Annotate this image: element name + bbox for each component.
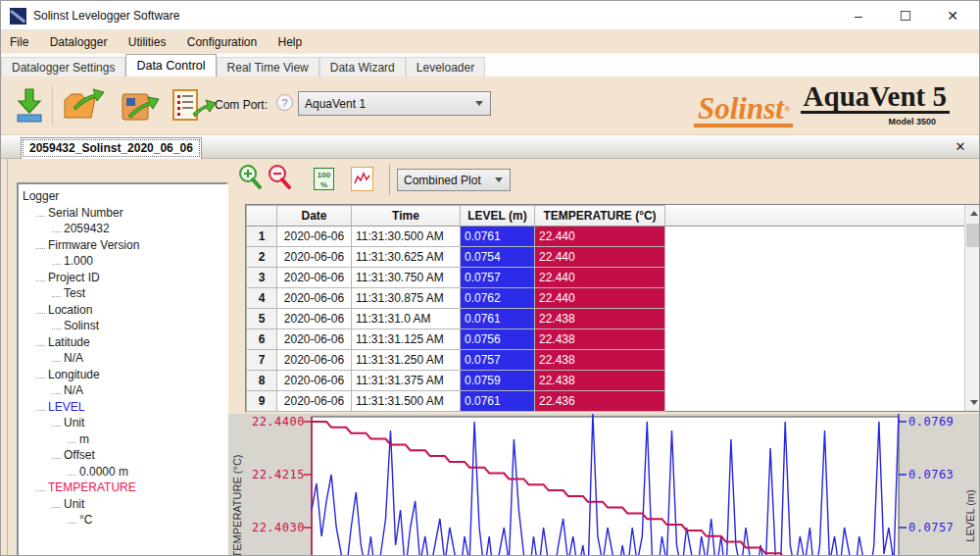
zoom-in-icon[interactable]: [237, 164, 263, 194]
cell-level: 0.0757: [461, 268, 535, 288]
chevron-down-icon: [495, 177, 503, 182]
tree-connector: [52, 357, 61, 362]
tree-item-location[interactable]: Location: [23, 302, 224, 319]
cell-temperature: 22.440: [535, 227, 665, 247]
com-port-select[interactable]: AquaVent 1: [298, 91, 491, 116]
cell-temperature: 22.438: [535, 309, 665, 329]
open-data-file-icon[interactable]: [62, 86, 105, 126]
plot-view-select[interactable]: Combined Plot: [397, 169, 511, 191]
tree-item-serial-number[interactable]: Serial Number: [23, 205, 224, 222]
file-tab-bar: 2059432_Solinst_2020_06_06 ✕: [1, 135, 979, 159]
temperature-axis-label: TEMPERATURE (°C): [231, 425, 243, 556]
com-port-value: AquaVent 1: [299, 97, 475, 111]
tree-connector: [52, 325, 61, 329]
menu-datalogger[interactable]: Datalogger: [41, 30, 117, 54]
menu-configuration[interactable]: Configuration: [178, 30, 266, 54]
scroll-down-icon[interactable]: [965, 394, 980, 411]
tree-connector: [52, 389, 61, 394]
data-table: Date Time LEVEL (m) TEMPERATURE (°C) 120…: [245, 204, 980, 412]
file-tab[interactable]: 2059432_Solinst_2020_06_06: [21, 137, 202, 159]
cell-date: 2020-06-06: [277, 227, 352, 247]
cell-level: 0.0754: [461, 247, 535, 268]
tree-connector: [36, 277, 45, 281]
tree-connector: [36, 309, 45, 314]
cell-level: 0.0762: [461, 288, 535, 309]
close-button[interactable]: ✕: [930, 1, 975, 30]
tree-item-serial-value[interactable]: 2059432: [23, 221, 224, 237]
tree-item-temp-unit[interactable]: Unit: [23, 496, 224, 513]
tree-item-project-value[interactable]: Test: [23, 285, 224, 302]
tree-connector: [68, 438, 76, 443]
tree-item-firmware[interactable]: Firmware Version: [23, 237, 224, 254]
scrollbar-thumb[interactable]: [966, 224, 980, 247]
tab-datalogger-settings[interactable]: Datalogger Settings: [1, 57, 125, 76]
zoom-100-icon[interactable]: 100%: [314, 168, 334, 190]
minimize-button[interactable]: –: [836, 1, 881, 30]
tree-item-level-unit[interactable]: Unit: [23, 415, 224, 431]
menu-utilities[interactable]: Utilities: [120, 30, 175, 54]
tree-item-longitude-value[interactable]: N/A: [23, 382, 224, 399]
header-temperature[interactable]: TEMPERATURE (°C): [535, 206, 665, 227]
tab-leveloader[interactable]: Leveloader: [406, 57, 485, 76]
table-row: 12020-06-0611:31:30.500 AM0.076122.440: [247, 227, 965, 247]
tree-item-logger[interactable]: Logger: [23, 188, 224, 205]
table-scrollbar[interactable]: [964, 205, 980, 411]
download-data-icon[interactable]: [13, 86, 46, 126]
tree-connector: [36, 212, 45, 217]
scroll-up-icon[interactable]: [965, 205, 980, 222]
tab-real-time-view[interactable]: Real Time View: [217, 57, 319, 76]
cell-time: 11:31:31.375 AM: [352, 371, 461, 391]
tree-item-temperature[interactable]: TEMPERATURE: [23, 480, 224, 496]
cell-temperature: 22.440: [535, 268, 665, 288]
tree-item-offset-value[interactable]: 0.0000 m: [23, 464, 224, 480]
temp-axis-tick: 22.4215: [252, 468, 305, 481]
brand-product: AquaVent 5: [801, 82, 950, 114]
chevron-down-icon: [475, 101, 483, 106]
header-level[interactable]: LEVEL (m): [461, 206, 535, 227]
header-time[interactable]: Time: [352, 206, 461, 227]
import-data-icon[interactable]: [119, 86, 160, 126]
title-bar: Solinst Levelogger Software – ☐ ✕: [1, 1, 979, 30]
graph-icon[interactable]: [351, 167, 373, 191]
table-header-row: Date Time LEVEL (m) TEMPERATURE (°C): [247, 206, 965, 227]
tree-connector: [36, 374, 45, 379]
tree-item-temp-unit-value[interactable]: °C: [23, 512, 224, 529]
tree-item-level[interactable]: LEVEL: [23, 399, 224, 416]
file-close-icon[interactable]: ✕: [952, 138, 969, 156]
menu-file[interactable]: File: [1, 30, 37, 54]
cell-time: 11:31:30.875 AM: [352, 288, 461, 309]
tree-item-latitude[interactable]: Latitude: [23, 334, 224, 351]
tree-connector: [52, 227, 61, 232]
row-num: 4: [247, 288, 277, 309]
level-axis-tick: 0.0763: [908, 468, 954, 481]
toolbar-separator: [52, 86, 53, 126]
tab-data-wizard[interactable]: Data Wizard: [319, 57, 406, 76]
tab-data-control[interactable]: Data Control: [125, 54, 216, 76]
help-icon[interactable]: ?: [276, 94, 293, 111]
row-num: 6: [247, 329, 277, 350]
tree-item-level-unit-value[interactable]: m: [23, 431, 224, 448]
plot-toolbar-separator: [389, 165, 390, 195]
tree-item-firmware-value[interactable]: 1.000: [23, 253, 224, 270]
main-tab-row: Datalogger SettingsData ControlReal Time…: [1, 54, 979, 76]
cell-date: 2020-06-06: [277, 329, 352, 350]
menu-help[interactable]: Help: [270, 30, 312, 54]
tree-item-latitude-value[interactable]: N/A: [23, 350, 224, 367]
tree-connector: [52, 260, 61, 265]
zoom-out-icon[interactable]: [267, 164, 292, 194]
cell-time: 11:31:31.500 AM: [352, 391, 461, 412]
tree-item-longitude[interactable]: Longitude: [23, 367, 224, 383]
cell-time: 11:31:30.750 AM: [352, 268, 461, 288]
export-data-icon[interactable]: [170, 86, 217, 126]
tree-item-offset[interactable]: Offset: [23, 447, 224, 464]
maximize-button[interactable]: ☐: [883, 1, 928, 30]
header-date[interactable]: Date: [277, 206, 352, 227]
solinst-aquavent-logo: Solinst® AquaVent 5 Model 3500: [694, 82, 950, 127]
cell-date: 2020-06-06: [277, 309, 352, 329]
tree-item-location-value[interactable]: Solinst: [23, 318, 224, 334]
table-row: 62020-06-0611:31:31.125 AM0.075622.438: [247, 329, 965, 350]
tree-item-project-id[interactable]: Project ID: [23, 270, 224, 286]
tree-connector: [52, 422, 61, 427]
tree-connector: [36, 244, 45, 249]
cell-date: 2020-06-06: [277, 371, 352, 391]
